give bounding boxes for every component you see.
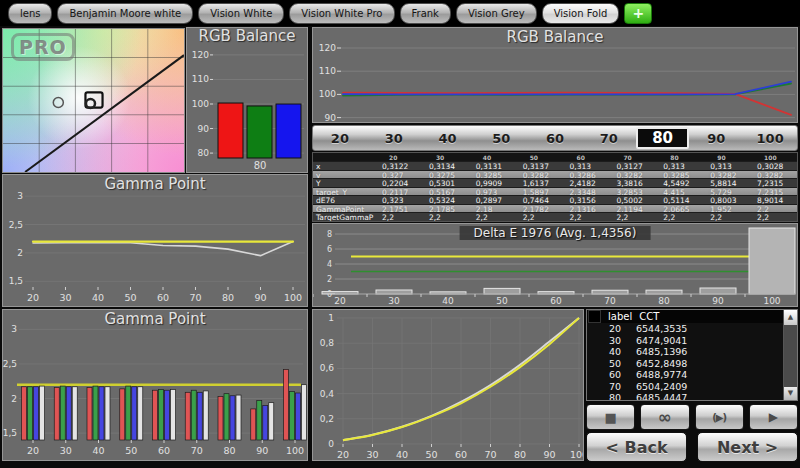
- table-row-gammapoint: GammaPoint2,17512,17852,182,17822,13162,…: [313, 204, 797, 213]
- slider-value-50[interactable]: 50: [474, 126, 528, 150]
- svg-text:1,5: 1,5: [3, 428, 17, 438]
- svg-text:30: 30: [366, 449, 378, 460]
- svg-text:0,4: 0,4: [320, 389, 335, 399]
- cct-scrollbar[interactable]: ▲ ▼: [783, 310, 797, 400]
- cct-row-20[interactable]: 206544,3535: [587, 323, 784, 335]
- table-row-targetgammap: TargetGammaP2,22,22,22,22,22,22,22,22,2: [313, 212, 797, 221]
- svg-text:100: 100: [570, 449, 583, 460]
- play-once-button[interactable]: (▶): [695, 404, 744, 430]
- rgb-balance-bar-chart: 809010011012080: [187, 45, 307, 172]
- slider-value-70[interactable]: 70: [582, 126, 636, 150]
- tab-vision-grey[interactable]: Vision Grey: [456, 3, 537, 24]
- svg-text:80: 80: [223, 445, 235, 456]
- gamma-point-line-chart: 1,522,532030405060708090100: [3, 175, 307, 306]
- svg-text:110: 110: [319, 66, 336, 76]
- svg-text:2,5: 2,5: [3, 359, 17, 369]
- svg-text:80: 80: [514, 449, 526, 460]
- svg-text:0,2: 0,2: [320, 414, 334, 424]
- measurement-table: 2030405060708090100x0,31220,31340,31310,…: [312, 152, 798, 222]
- cct-row-30[interactable]: 306474,9041: [587, 335, 784, 347]
- svg-text:3: 3: [11, 324, 17, 334]
- svg-text:4: 4: [327, 260, 332, 269]
- slider-value-60[interactable]: 60: [528, 126, 582, 150]
- cct-row-40[interactable]: 406485,1396: [587, 346, 784, 358]
- svg-text:70: 70: [604, 296, 616, 306]
- back-button[interactable]: < Back: [586, 432, 687, 462]
- svg-text:70: 70: [189, 292, 201, 303]
- svg-text:2: 2: [327, 275, 332, 284]
- svg-text:50: 50: [425, 449, 437, 460]
- tab-vision-white[interactable]: Vision White: [198, 3, 284, 24]
- scroll-track[interactable]: [784, 325, 797, 387]
- table-row-de76: dE760,3230,53240,28970,74640,31560,50020…: [313, 195, 797, 204]
- measurement-table-columns: 2030405060708090100: [313, 153, 797, 161]
- svg-text:60: 60: [455, 449, 467, 460]
- svg-text:90: 90: [256, 445, 268, 456]
- slider-value-80-selected[interactable]: 80: [636, 126, 690, 150]
- svg-text:110: 110: [192, 74, 209, 84]
- slider-value-100[interactable]: 100: [743, 126, 797, 150]
- cct-row-60[interactable]: 606488,9774: [587, 369, 784, 381]
- svg-text:90: 90: [198, 124, 210, 134]
- table-row-x: x0,31220,31340,31310,31370,3130,31270,31…: [313, 161, 797, 170]
- svg-text:90: 90: [325, 113, 337, 122]
- loop-button[interactable]: ∞: [640, 404, 689, 430]
- tab-vision-fold[interactable]: Vision Fold: [542, 3, 620, 24]
- gamma-point-line-panel: 1,522,532030405060708090100 Gamma Point: [2, 174, 308, 307]
- slider-value-20[interactable]: 20: [313, 126, 367, 150]
- svg-text:80: 80: [658, 296, 670, 306]
- tab-lens[interactable]: lens: [8, 3, 52, 24]
- svg-text:1: 1: [328, 313, 334, 323]
- svg-text:0,8: 0,8: [320, 338, 335, 348]
- svg-text:90: 90: [712, 296, 724, 306]
- stop-button[interactable]: ■: [586, 404, 635, 430]
- cct-rows: 206544,3535306474,9041406485,1396506452,…: [587, 323, 784, 400]
- svg-text:40: 40: [442, 296, 454, 306]
- svg-text:60: 60: [157, 292, 169, 303]
- slider-value-40[interactable]: 40: [421, 126, 475, 150]
- slider-value-90[interactable]: 90: [689, 126, 743, 150]
- svg-text:20: 20: [27, 292, 39, 303]
- table-row-y_: Y_0,22040,53010,99091,61372,41823,38164,…: [313, 178, 797, 187]
- svg-text:40: 40: [92, 445, 104, 456]
- gamma-curve-panel: 00,20,40,60,812030405060708090100: [312, 309, 584, 461]
- svg-text:90: 90: [543, 449, 555, 460]
- cct-header-selector: [588, 310, 601, 323]
- tab-vision-white-pro[interactable]: Vision White Pro: [289, 3, 394, 24]
- slider-value-30[interactable]: 30: [367, 126, 421, 150]
- svg-text:80: 80: [198, 148, 210, 158]
- cct-row-80[interactable]: 806485,4447: [587, 392, 784, 400]
- cct-header-label: label: [608, 311, 632, 322]
- svg-text:100: 100: [319, 89, 336, 99]
- play-button[interactable]: ▶: [749, 404, 798, 430]
- scroll-up-icon[interactable]: ▲: [784, 310, 797, 325]
- cct-table-header: label CCT: [587, 310, 797, 323]
- cct-row-70[interactable]: 706504,2409: [587, 381, 784, 393]
- tab-benjamin-moore-white[interactable]: Benjamin Moore white: [57, 3, 193, 24]
- svg-text:30: 30: [59, 292, 71, 303]
- svg-text:40: 40: [396, 449, 408, 460]
- scroll-down-icon[interactable]: ▼: [784, 387, 797, 400]
- svg-text:50: 50: [125, 445, 137, 456]
- gamma-curve-chart: 00,20,40,60,812030405060708090100: [313, 310, 583, 460]
- svg-text:8: 8: [327, 230, 332, 239]
- svg-text:20: 20: [337, 449, 349, 460]
- calibration-app-window: lensBenjamin Moore whiteVision WhiteVisi…: [0, 0, 800, 468]
- svg-text:100: 100: [286, 445, 304, 456]
- chart-title: Delta E 1976 (Avg. 1,4356): [460, 226, 651, 240]
- svg-text:0: 0: [328, 439, 334, 449]
- tab-frank[interactable]: Frank: [400, 3, 451, 24]
- svg-text:2: 2: [17, 248, 23, 258]
- svg-text:20: 20: [27, 445, 39, 456]
- svg-text:6: 6: [327, 245, 332, 254]
- table-row-y: y0,3270,32750,32850,32820,32860,32820,32…: [313, 170, 797, 179]
- add-tab-button[interactable]: +: [624, 3, 652, 24]
- cie-chromaticity-panel: PRO: [2, 28, 185, 173]
- transport-controls: ■ ∞ (▶) ▶: [586, 404, 798, 430]
- next-button[interactable]: Next >: [697, 432, 798, 462]
- cct-row-50[interactable]: 506452,8498: [587, 358, 784, 370]
- cct-table-panel: label CCT 206544,3535306474,9041406485,1…: [586, 309, 798, 401]
- navigation-buttons: < Back Next >: [586, 432, 798, 462]
- svg-text:50: 50: [496, 296, 508, 306]
- svg-text:50: 50: [124, 292, 136, 303]
